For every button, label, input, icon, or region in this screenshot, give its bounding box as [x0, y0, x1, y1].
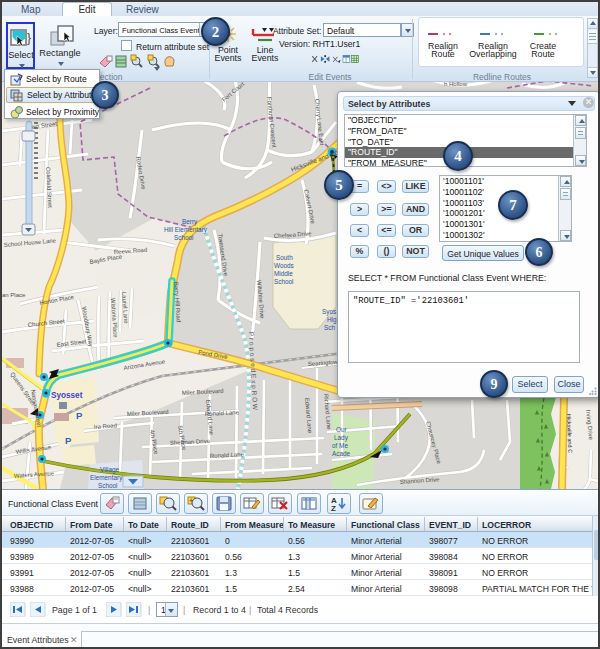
- svg-text:h Hollow: h Hollow: [444, 82, 468, 87]
- svg-text:Syosset: Syosset: [51, 391, 83, 400]
- svg-text:Z: Z: [331, 504, 336, 513]
- svg-text:}: }: [27, 31, 31, 45]
- svg-text:Village: Village: [100, 466, 120, 474]
- svg-text:Lady: Lady: [334, 434, 349, 442]
- svg-text:Elementary: Elementary: [90, 474, 123, 482]
- svg-text:Sch: Sch: [324, 324, 335, 331]
- svg-text:Hill Elementary: Hill Elementary: [164, 226, 208, 234]
- svg-text:P: P: [65, 435, 72, 446]
- svg-text:School: School: [174, 234, 194, 241]
- svg-text:of Me: of Me: [332, 442, 348, 449]
- svg-text:School: School: [274, 278, 294, 285]
- svg-text:South: South: [276, 254, 293, 261]
- svg-text:P: P: [76, 410, 83, 421]
- svg-text:Our: Our: [336, 426, 348, 433]
- svg-text:Hig: Hig: [327, 316, 337, 324]
- svg-text:Syos: Syos: [322, 308, 336, 316]
- svg-text:an Place: an Place: [2, 292, 26, 298]
- svg-text:Berry: Berry: [182, 218, 198, 226]
- svg-text:Acade: Acade: [332, 450, 351, 457]
- svg-text:Middle: Middle: [274, 270, 293, 277]
- svg-text:School: School: [98, 482, 118, 489]
- svg-text:Woods: Woods: [274, 262, 294, 269]
